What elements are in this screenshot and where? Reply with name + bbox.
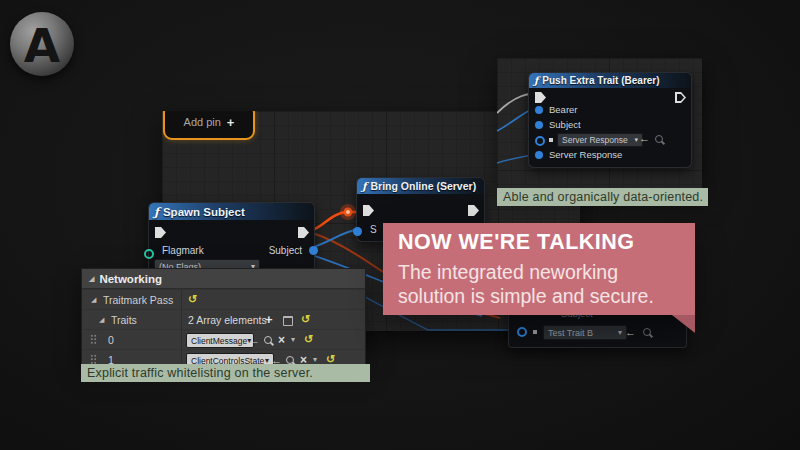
server-response-dropdown[interactable]: Server Response ▾: [557, 133, 643, 147]
add-pin-button[interactable]: Add pin +: [163, 111, 255, 140]
server-response-dropdown-value: Server Response: [562, 135, 628, 145]
subject-pin[interactable]: [535, 121, 543, 129]
expander-icon[interactable]: ◢: [91, 296, 96, 304]
row-trait-0[interactable]: 0 ClientMessage ▾ ← × ▾ ↺: [82, 329, 365, 349]
server-response-pin[interactable]: [535, 151, 543, 159]
row-traits[interactable]: ◢ Traits 2 Array elements + ↺: [82, 309, 365, 329]
expander-icon[interactable]: ◢: [89, 275, 94, 283]
logo-letter: A: [24, 22, 60, 69]
callout-body-line1: The integrated neworking: [398, 260, 654, 284]
trait-0-value: ClientMessage: [191, 336, 247, 346]
caret-down-icon[interactable]: ▾: [313, 355, 317, 364]
callout-body: The integrated neworking solution is sim…: [398, 260, 654, 308]
test-trait-dropdown[interactable]: Test Trait B ▾: [543, 325, 627, 340]
subject-label-partial: S: [370, 224, 377, 235]
details-panel-header[interactable]: ◢ Networking: [82, 269, 365, 289]
back-arrow-icon[interactable]: ←: [249, 334, 260, 346]
subject-pin[interactable]: [353, 227, 362, 236]
test-trait-value: Test Trait B: [548, 328, 593, 338]
traits-label: Traits: [111, 314, 137, 326]
reset-icon[interactable]: ↺: [304, 333, 313, 346]
node-title: Bring Online (Server): [371, 180, 477, 192]
trait-pin[interactable]: [517, 327, 527, 337]
magnifier-icon[interactable]: [643, 328, 651, 336]
subject-label: Subject: [269, 245, 302, 256]
details-panel-title: Networking: [99, 273, 162, 285]
magnifier-icon[interactable]: [264, 336, 272, 344]
plus-icon: +: [227, 115, 235, 130]
exec-out-pin[interactable]: [675, 92, 686, 103]
server-response-label: Server Response: [549, 149, 622, 160]
back-arrow-icon[interactable]: ←: [639, 132, 650, 144]
column-divider: [181, 288, 182, 365]
node-push-extra-trait[interactable]: ƒ Push Extra Trait (Bearer) Bearer Subje…: [528, 72, 692, 168]
server-response-select-pin[interactable]: [535, 136, 545, 146]
caption-top-right: Able and organically data-oriented.: [497, 188, 708, 206]
app-logo: A: [10, 12, 74, 76]
bearer-label: Bearer: [549, 104, 578, 115]
node-title: Spawn Subject: [163, 206, 245, 218]
node-title: Push Extra Trait (Bearer): [542, 75, 659, 86]
callout-title: NOW WE'RE TALKING: [398, 230, 635, 255]
caret-down-icon[interactable]: ▾: [291, 335, 295, 344]
pin-square-icon: [533, 330, 537, 334]
magnifier-icon[interactable]: [655, 135, 663, 143]
exec-out-pin[interactable]: [298, 227, 309, 238]
node-spawn-subject[interactable]: ƒ Spawn Subject Flagmark Subject (No Fla…: [148, 202, 315, 274]
reset-icon[interactable]: ↺: [301, 313, 310, 326]
trait-0-index: 0: [108, 334, 114, 346]
pin-square-icon: [549, 138, 553, 142]
exec-in-pin[interactable]: [155, 227, 166, 238]
trash-icon[interactable]: [283, 316, 293, 326]
row-traitmark-pass[interactable]: ◢ Traitmark Pass ↺: [82, 289, 365, 309]
function-icon: ƒ: [362, 180, 367, 192]
bearer-pin[interactable]: [535, 106, 543, 114]
traitmark-pass-label: Traitmark Pass: [103, 294, 173, 306]
exec-out-pin[interactable]: [468, 205, 479, 216]
callout-box: NOW WE'RE TALKING The integrated neworki…: [383, 223, 695, 315]
exec-in-pin[interactable]: [363, 205, 374, 216]
close-icon[interactable]: ×: [278, 333, 285, 347]
caption-bottom-left: Explicit traffic whitelisting on the ser…: [81, 364, 370, 382]
drag-handle-icon[interactable]: [90, 334, 97, 345]
reset-icon[interactable]: ↺: [188, 293, 197, 306]
caret-down-icon: ▾: [618, 328, 622, 337]
expander-icon[interactable]: ◢: [99, 316, 104, 324]
array-count-label: 2 Array elements: [188, 314, 267, 326]
add-pin-label: Add pin: [184, 116, 221, 128]
function-icon: ƒ: [154, 205, 159, 219]
back-arrow-icon[interactable]: ←: [625, 326, 636, 338]
subject-pin[interactable]: [309, 246, 318, 255]
exec-in-pin[interactable]: [535, 92, 546, 103]
add-element-icon[interactable]: +: [265, 312, 273, 327]
details-panel-networking: ◢ Networking ◢ Traitmark Pass ↺ ◢ Traits…: [81, 268, 366, 366]
flagmark-pin[interactable]: [144, 249, 154, 259]
subject-label: Subject: [549, 119, 581, 130]
flagmark-label: Flagmark: [162, 245, 204, 256]
function-icon: ƒ: [534, 75, 538, 86]
trait-0-dropdown[interactable]: ClientMessage ▾: [186, 333, 254, 348]
magnifier-icon[interactable]: [286, 356, 294, 364]
callout-body-line2: solution is simple and secure.: [398, 284, 654, 308]
caret-down-icon: ▾: [634, 136, 638, 144]
